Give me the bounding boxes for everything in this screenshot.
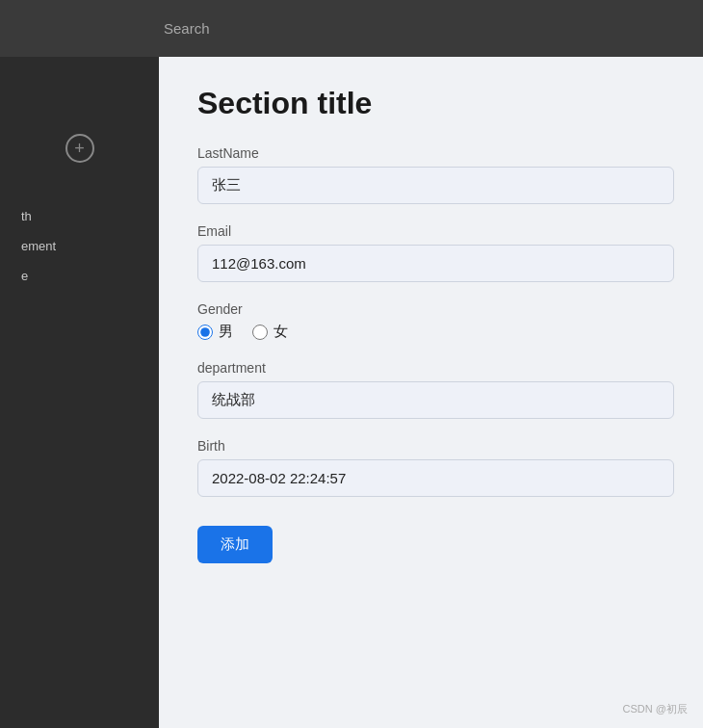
main-layout: + th ement e Section title LastName Emai… <box>0 57 703 728</box>
sidebar-item-1[interactable]: ement <box>10 231 149 261</box>
sidebar-item-0[interactable]: th <box>10 201 149 231</box>
email-label: Email <box>197 223 674 239</box>
plus-icon: + <box>74 139 85 159</box>
lastname-label: LastName <box>197 145 674 161</box>
section-title: Section title <box>197 86 674 121</box>
submit-button[interactable]: 添加 <box>197 526 273 563</box>
sidebar: + th ement e <box>0 57 159 728</box>
gender-male-label: 男 <box>219 323 233 341</box>
birth-label: Birth <box>197 438 674 454</box>
email-input[interactable] <box>197 245 674 282</box>
sidebar-item-2[interactable]: e <box>10 261 149 291</box>
lastname-input[interactable] <box>197 167 674 204</box>
sidebar-items: th ement e <box>0 201 159 291</box>
department-input[interactable] <box>197 381 674 419</box>
gender-female-label: 女 <box>273 323 288 341</box>
main-content: Section title LastName Email Gender 男 女 <box>159 57 703 728</box>
gender-male-option[interactable]: 男 <box>197 323 233 341</box>
gender-male-radio[interactable] <box>197 325 213 340</box>
gender-label: Gender <box>197 301 674 317</box>
search-input[interactable] <box>164 20 356 37</box>
gender-group: Gender 男 女 <box>197 301 674 341</box>
top-bar <box>0 0 703 57</box>
birth-group: Birth <box>197 438 674 497</box>
watermark: CSDN @初辰 <box>623 702 688 716</box>
lastname-group: LastName <box>197 145 674 204</box>
gender-female-radio[interactable] <box>252 325 268 340</box>
birth-input[interactable] <box>197 459 674 497</box>
email-group: Email <box>197 223 674 282</box>
department-label: department <box>197 360 674 376</box>
gender-female-option[interactable]: 女 <box>252 323 288 341</box>
department-group: department <box>197 360 674 419</box>
add-icon[interactable]: + <box>65 134 94 163</box>
gender-radio-group: 男 女 <box>197 323 674 341</box>
